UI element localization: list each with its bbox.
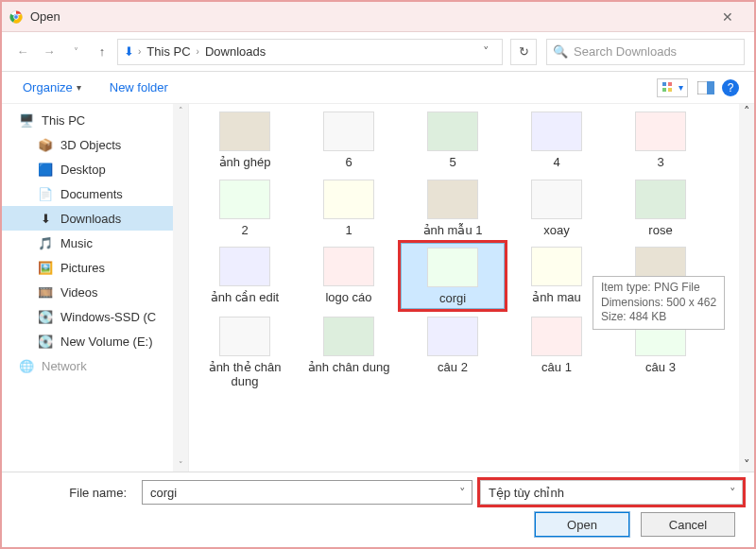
breadcrumb[interactable]: ⬇ › This PC › Downloads ˅ bbox=[117, 39, 503, 65]
scroll-down-icon[interactable]: ˅ bbox=[744, 457, 750, 472]
file-name: ảnh mẫu 1 bbox=[423, 223, 483, 238]
close-button[interactable]: ✕ bbox=[709, 2, 747, 31]
organize-button[interactable]: Organize▾ bbox=[17, 77, 87, 98]
file-pane: ảnh ghép654321ảnh mẫu 1xoayroseảnh cần e… bbox=[189, 104, 754, 472]
sidebar-item-label: Documents bbox=[60, 187, 123, 201]
file-name: ảnh cần edit bbox=[211, 290, 279, 305]
file-thumbnail bbox=[635, 180, 686, 219]
file-thumbnail bbox=[219, 317, 270, 356]
search-icon: 🔍 bbox=[553, 44, 568, 59]
file-name: 3 bbox=[657, 155, 663, 170]
chevron-down-icon[interactable]: ˅ bbox=[459, 486, 466, 500]
sidebar-item-music[interactable]: 🎵Music bbox=[2, 231, 188, 255]
file-thumbnail bbox=[219, 180, 270, 219]
scroll-down-icon[interactable]: ˅ bbox=[177, 458, 185, 472]
file-thumbnail bbox=[635, 112, 686, 151]
file-thumbnail bbox=[323, 112, 374, 151]
preview-pane-button[interactable] bbox=[696, 77, 716, 98]
file-thumbnail bbox=[427, 248, 478, 287]
file-item[interactable]: corgi bbox=[401, 243, 505, 309]
file-name: corgi bbox=[439, 291, 466, 306]
file-item[interactable]: ảnh ghép bbox=[193, 108, 297, 172]
file-item[interactable]: câu 2 bbox=[401, 313, 505, 391]
file-thumbnail bbox=[531, 247, 582, 286]
new-folder-button[interactable]: New folder bbox=[104, 77, 174, 98]
recent-dropdown[interactable]: ˅ bbox=[64, 41, 87, 63]
file-item[interactable]: 2 bbox=[193, 176, 297, 240]
file-thumbnail bbox=[531, 112, 582, 151]
sidebar-item-label: Videos bbox=[60, 285, 98, 300]
forward-button: → bbox=[38, 41, 60, 63]
cancel-button[interactable]: Cancel bbox=[641, 512, 735, 537]
file-item[interactable]: xoay bbox=[505, 176, 609, 240]
file-item[interactable]: 5 bbox=[401, 108, 505, 172]
chevron-right-icon: › bbox=[138, 46, 141, 57]
svg-rect-5 bbox=[662, 88, 666, 92]
vid-icon: 🎞️ bbox=[38, 284, 53, 300]
open-button[interactable]: Open bbox=[535, 512, 629, 537]
search-input[interactable]: 🔍 Search Downloads bbox=[546, 39, 745, 65]
chevron-down-icon[interactable]: ˅ bbox=[730, 486, 736, 500]
file-item[interactable]: 4 bbox=[505, 108, 609, 172]
file-item[interactable]: ảnh chân dung bbox=[297, 313, 401, 391]
scroll-up-icon[interactable]: ˄ bbox=[177, 104, 185, 117]
filename-input[interactable]: corgi ˅ bbox=[142, 480, 472, 505]
refresh-button[interactable]: ↻ bbox=[510, 39, 537, 65]
back-button[interactable]: ← bbox=[11, 41, 34, 63]
sidebar-item-this-pc[interactable]: 🖥️This PC bbox=[2, 108, 188, 132]
file-thumbnail bbox=[427, 180, 478, 219]
open-dialog: Open ✕ ← → ˅ ↑ ⬇ › This PC › Downloads ˅… bbox=[0, 0, 756, 549]
sidebar-item-videos[interactable]: 🎞️Videos bbox=[2, 280, 188, 304]
file-item[interactable]: 3 bbox=[609, 108, 713, 172]
content-scrollbar[interactable]: ˄ ˅ bbox=[739, 104, 754, 472]
sidebar-item-pictures[interactable]: 🖼️Pictures bbox=[2, 255, 188, 280]
file-item[interactable]: ảnh thẻ chân dung bbox=[193, 313, 297, 391]
pc-icon: 🖥️ bbox=[19, 112, 34, 128]
sidebar-item-documents[interactable]: 📄Documents bbox=[2, 181, 188, 206]
sidebar-item-downloads[interactable]: ⬇Downloads bbox=[2, 206, 188, 231]
download-folder-icon: ⬇ bbox=[124, 44, 134, 59]
file-thumbnail bbox=[323, 180, 374, 219]
sidebar-scrollbar[interactable]: ˄ ˅ bbox=[173, 104, 188, 472]
file-name: câu 1 bbox=[541, 360, 572, 375]
file-thumbnail bbox=[219, 247, 270, 286]
down-icon: ⬇ bbox=[38, 211, 53, 226]
music-icon: 🎵 bbox=[38, 235, 53, 250]
breadcrumb-current[interactable]: Downloads bbox=[203, 44, 267, 59]
breadcrumb-root[interactable]: This PC bbox=[145, 44, 192, 59]
view-mode-button[interactable]: ▾ bbox=[657, 78, 688, 97]
sidebar-item-new-volume-e-[interactable]: 💽New Volume (E:) bbox=[2, 329, 188, 353]
sidebar-item-desktop[interactable]: 🟦Desktop bbox=[2, 157, 188, 181]
file-thumbnail bbox=[219, 112, 270, 151]
file-name: xoay bbox=[543, 223, 569, 238]
sidebar-item-label: Network bbox=[42, 359, 87, 373]
filter-value: Tệp tùy chỉnh bbox=[489, 486, 564, 500]
sidebar-item-label: 3D Objects bbox=[60, 138, 121, 152]
file-item[interactable]: rose bbox=[609, 176, 713, 240]
help-button[interactable]: ? bbox=[722, 79, 739, 96]
sidebar-item-label: Music bbox=[60, 236, 93, 250]
svg-rect-8 bbox=[707, 81, 714, 94]
sidebar-item-label: Pictures bbox=[60, 261, 105, 275]
file-item[interactable]: 1 bbox=[297, 176, 401, 240]
breadcrumb-dropdown[interactable]: ˅ bbox=[475, 43, 496, 61]
file-item[interactable]: ảnh cần edit bbox=[193, 243, 297, 309]
chevron-down-icon: ▾ bbox=[679, 82, 683, 93]
drive-icon: 💽 bbox=[38, 309, 53, 324]
sidebar-item-label: This PC bbox=[42, 113, 85, 128]
sidebar-item-network[interactable]: 🌐Network bbox=[2, 353, 188, 378]
sidebar-item-3d-objects[interactable]: 📦3D Objects bbox=[2, 132, 188, 157]
file-name: ảnh mau bbox=[532, 290, 580, 305]
file-name: câu 3 bbox=[645, 360, 676, 375]
svg-point-2 bbox=[14, 14, 19, 19]
file-name: câu 2 bbox=[438, 360, 468, 375]
scroll-up-icon[interactable]: ˄ bbox=[744, 104, 750, 118]
sidebar-item-windows-ssd-c[interactable]: 💽Windows-SSD (C bbox=[2, 304, 188, 329]
file-item[interactable]: ảnh mẫu 1 bbox=[401, 176, 505, 240]
desktop-icon: 🟦 bbox=[38, 162, 53, 177]
up-button[interactable]: ↑ bbox=[91, 41, 113, 63]
sidebar: 🖥️This PC📦3D Objects🟦Desktop📄Documents⬇D… bbox=[2, 104, 189, 472]
file-item[interactable]: logo cáo bbox=[297, 243, 401, 309]
file-type-filter[interactable]: Tệp tùy chỉnh ˅ bbox=[480, 480, 743, 505]
file-item[interactable]: 6 bbox=[297, 108, 401, 172]
